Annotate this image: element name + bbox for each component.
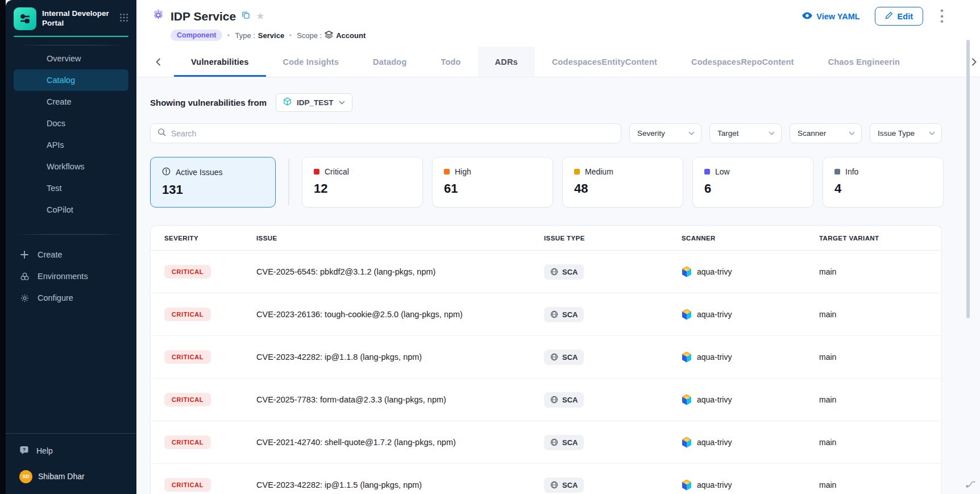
more-options-icon[interactable]: ••• [938,8,946,24]
sidebar-item-overview[interactable]: Overview [14,48,128,69]
table-row[interactable]: CRITICAL CVE-2023-42282: ip@1.1.5 (lang-… [151,464,941,494]
table-row[interactable]: CRITICAL CVE-2023-26136: tough-cookie@2.… [151,293,941,336]
environments-icon [19,272,30,281]
scrollbar[interactable] [966,40,970,318]
layers-icon [325,31,333,40]
tab-vulnerabilities[interactable]: Vulnerabilities [174,47,266,77]
card-medium-value: 48 [574,181,671,196]
scanner-cell: aqua-trivy [682,479,819,491]
tab-todo[interactable]: Todo [423,47,477,77]
col-severity: SEVERITY [164,235,256,242]
card-info-value: 4 [834,181,932,196]
issue-type-chip: SCA [544,307,584,322]
sidebar-header: Internal Developer Portal [6,0,136,30]
sidebar-item-workflows[interactable]: Workflows [14,156,128,177]
search-icon [157,128,166,139]
sidebar-item-catalog[interactable]: Catalog [14,69,128,91]
filter-target-label: Target [717,129,739,138]
project-select[interactable]: IDP_TEST [276,93,352,112]
critical-dot-icon [314,169,319,175]
card-active-issues[interactable]: Active Issues 131 [150,157,276,207]
info-dot-icon [834,169,840,175]
copy-icon[interactable] [242,11,250,22]
search-input[interactable] [171,129,614,138]
sidebar-item-create[interactable]: Create [14,91,128,113]
edit-button[interactable]: Edit [875,7,923,26]
sidebar-divider [17,234,125,235]
card-info-label: Info [845,167,858,176]
card-low-value: 6 [704,181,802,196]
issue-text: CVE-2023-42282: ip@1.1.8 (lang-pkgs, npm… [256,352,544,362]
pencil-icon [885,11,893,21]
high-dot-icon [444,169,450,175]
card-low[interactable]: Low 6 [692,157,813,207]
sca-icon [550,396,558,404]
project-name: IDP_TEST [297,98,334,107]
sidebar-environments-label: Environments [38,272,88,281]
help-icon: ? [19,445,29,456]
page-title: IDP Service [171,10,236,23]
sidebar-configure-label: Configure [38,293,73,302]
tab-chaos-engineering[interactable]: Chaos Engineerin [811,47,900,77]
sidebar-item-docs[interactable]: Docs [14,113,128,134]
col-target-variant: TARGET VARIANT [819,235,941,242]
sca-icon [550,268,558,276]
table-row[interactable]: CRITICAL CVE-2021-42740: shell-quote@1.7… [151,421,941,464]
scanner-cell: aqua-trivy [682,437,819,448]
search-box [150,123,621,143]
card-medium[interactable]: Medium 48 [562,157,683,207]
trivy-icon [682,266,692,277]
view-yaml-link[interactable]: View YAML [802,12,859,21]
favorite-star-icon[interactable]: ★ [256,10,264,22]
entity-meta: Component Type : Service Scope : Account [171,30,946,41]
col-issue-type: ISSUE TYPE [544,235,682,242]
tab-adrs[interactable]: ADRs [478,47,535,77]
sidebar-divider [17,45,125,45]
sidebar-item-copilot[interactable]: CoPilot [14,199,128,221]
issue-text: CVE-2023-26136: tough-cookie@2.5.0 (lang… [256,310,544,319]
tabs-scroll-right-icon[interactable] [969,47,977,77]
severity-badge: CRITICAL [164,265,211,279]
chevron-down-icon [688,131,695,135]
feedback-widget-icon[interactable] [965,478,977,492]
tabs-bar: Vulnerabilities Code Insights Datadog To… [136,47,980,77]
issue-type-chip: SCA [544,435,584,450]
card-low-label: Low [715,167,730,176]
filter-severity[interactable]: Severity [629,123,701,143]
card-critical-label: Critical [325,167,349,176]
vulnerabilities-panel: Showing vulnerabilities from IDP_TEST [136,93,980,494]
tab-codespaces-repo-content[interactable]: CodespacesRepoContent [674,47,811,77]
card-high-value: 61 [444,181,541,196]
tabs-scroll-left-icon[interactable] [156,47,161,77]
sidebar-item-test[interactable]: Test [14,177,128,199]
trivy-icon [682,394,692,405]
filter-scanner[interactable]: Scanner [790,123,862,143]
help-button[interactable]: ? Help [6,438,136,463]
card-info[interactable]: Info 4 [823,157,944,207]
table-row[interactable]: CRITICAL CVE-2023-42282: ip@1.1.8 (lang-… [151,336,941,379]
tab-datadog[interactable]: Datadog [356,47,423,77]
issue-text: CVE-2025-6545: pbkdf2@3.1.2 (lang-pkgs, … [256,267,544,276]
table-row[interactable]: CRITICAL CVE-2025-6545: pbkdf2@3.1.2 (la… [151,251,941,293]
tab-code-insights[interactable]: Code Insights [266,47,356,77]
filter-target[interactable]: Target [709,123,782,143]
idp-logo-icon [14,7,36,30]
sidebar-actions: Create Environments Configure [6,244,136,309]
filter-issue-type[interactable]: Issue Type [870,123,942,143]
apps-grid-icon[interactable] [119,13,128,24]
sidebar-configure-button[interactable]: Configure [6,287,136,309]
sidebar-create-button[interactable]: Create [6,244,136,265]
severity-badge: CRITICAL [164,435,211,449]
severity-badge: CRITICAL [164,308,211,321]
user-menu[interactable]: SD Shibam Dhar [6,463,136,489]
sidebar-environments-button[interactable]: Environments [6,265,136,287]
tab-codespaces-entity-content[interactable]: CodespacesEntityContent [535,47,674,77]
card-critical[interactable]: Critical 12 [302,157,423,207]
table-row[interactable]: CRITICAL CVE-2025-7783: form-data@2.3.3 … [151,379,941,421]
col-scanner: SCANNER [682,235,819,242]
separator-dot [289,34,292,36]
project-cube-icon [283,97,292,108]
card-high[interactable]: High 61 [432,157,553,207]
sidebar-item-apis[interactable]: APIs [14,134,128,156]
card-critical-value: 12 [314,181,411,196]
